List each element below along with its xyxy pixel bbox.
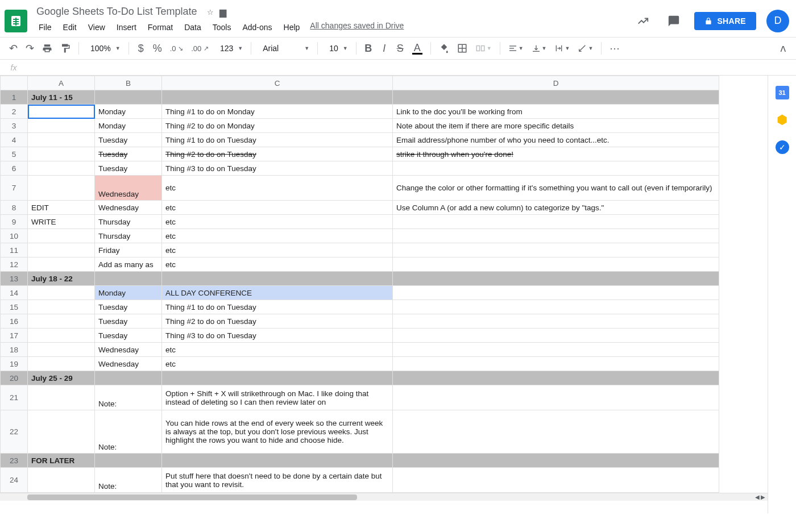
cell[interactable]: Monday xyxy=(95,119,162,133)
cell[interactable]: Wednesday xyxy=(95,357,162,371)
cell[interactable] xyxy=(393,371,719,385)
bold-icon[interactable]: B xyxy=(361,41,376,56)
cell[interactable] xyxy=(28,105,95,119)
doc-title[interactable]: Google Sheets To-Do List Template xyxy=(34,5,200,19)
row-header[interactable]: 10 xyxy=(1,229,28,243)
cell[interactable] xyxy=(95,371,162,385)
cell[interactable]: Thing #2 to do on Monday xyxy=(162,119,393,133)
zoom-select[interactable]: 100%▼ xyxy=(84,41,124,56)
cell[interactable]: strike it through when you're done! xyxy=(393,147,719,161)
cell[interactable] xyxy=(393,454,719,468)
cell[interactable]: Note: xyxy=(95,468,162,493)
menu-help[interactable]: Help xyxy=(279,21,305,34)
more-formats-select[interactable]: 123▼ xyxy=(213,41,246,56)
decrease-decimal-icon[interactable]: .0 ↘ xyxy=(167,41,186,56)
cell[interactable]: Email address/phone number of who you ne… xyxy=(393,133,719,147)
cell[interactable] xyxy=(393,286,719,300)
cell[interactable] xyxy=(28,257,95,272)
cell[interactable] xyxy=(95,454,162,468)
explore-icon[interactable] xyxy=(633,11,653,31)
cell[interactable]: EDIT xyxy=(28,201,95,215)
cell[interactable] xyxy=(393,243,719,257)
cell[interactable]: Tuesday xyxy=(95,329,162,343)
row-header[interactable]: 11 xyxy=(1,243,28,257)
undo-icon[interactable]: ↶ xyxy=(6,41,21,56)
menu-edit[interactable]: Edit xyxy=(59,21,81,34)
cell[interactable] xyxy=(28,329,95,343)
row-header[interactable]: 13 xyxy=(1,272,28,286)
cell[interactable]: Change the color or other formatting if … xyxy=(393,176,719,201)
keep-icon[interactable]: ⬢ xyxy=(776,113,789,127)
row-header[interactable]: 21 xyxy=(1,385,28,410)
cell[interactable] xyxy=(28,286,95,300)
cell[interactable]: Thing #1 to do on Tuesday xyxy=(162,133,393,147)
cell[interactable]: Note about the item if there are more sp… xyxy=(393,119,719,133)
print-icon[interactable] xyxy=(39,41,56,56)
sheets-logo[interactable] xyxy=(5,10,27,32)
menu-tools[interactable]: Tools xyxy=(208,21,236,34)
cell[interactable]: Thursday xyxy=(95,215,162,229)
cell[interactable]: FOR LATER xyxy=(28,454,95,468)
cell[interactable]: Note: xyxy=(95,385,162,410)
cell[interactable] xyxy=(28,161,95,176)
cell[interactable]: Option + Shift + X will strikethrough on… xyxy=(162,385,393,410)
cell[interactable]: Monday xyxy=(95,286,162,300)
rotate-icon[interactable]: ▼ xyxy=(574,41,596,56)
cell[interactable]: Thing #3 to do on Tuesday xyxy=(162,329,393,343)
cell[interactable] xyxy=(162,90,393,105)
col-header-a[interactable]: A xyxy=(28,76,95,90)
cell[interactable]: Add as many as xyxy=(95,257,162,272)
cell[interactable]: etc xyxy=(162,243,393,257)
col-header-b[interactable]: B xyxy=(95,76,162,90)
cell[interactable]: Tuesday xyxy=(95,314,162,329)
cell[interactable] xyxy=(162,272,393,286)
text-color-icon[interactable]: A xyxy=(409,41,426,56)
cell[interactable]: Thing #2 to do on Tuesday xyxy=(162,314,393,329)
cell[interactable]: etc xyxy=(162,215,393,229)
cell[interactable]: Tuesday xyxy=(95,161,162,176)
redo-icon[interactable]: ↷ xyxy=(22,41,38,56)
cell[interactable]: July 11 - 15 xyxy=(28,90,95,105)
cell[interactable]: Put stuff here that doesn't need to be d… xyxy=(162,468,393,493)
cell[interactable] xyxy=(28,300,95,314)
cell[interactable] xyxy=(393,329,719,343)
cell[interactable] xyxy=(95,272,162,286)
cell[interactable] xyxy=(28,357,95,371)
horizontal-scrollbar[interactable]: ◀▶ xyxy=(0,493,768,501)
col-header-c[interactable]: C xyxy=(162,76,393,90)
cell[interactable]: etc xyxy=(162,229,393,243)
cell[interactable] xyxy=(393,410,719,454)
cell[interactable]: Friday xyxy=(95,243,162,257)
cell[interactable] xyxy=(28,243,95,257)
cell[interactable]: ALL DAY CONFERENCE xyxy=(162,286,393,300)
row-header[interactable]: 19 xyxy=(1,357,28,371)
cell[interactable] xyxy=(28,176,95,201)
row-header[interactable]: 1 xyxy=(1,90,28,105)
cell[interactable] xyxy=(393,300,719,314)
percent-icon[interactable]: % xyxy=(150,41,165,56)
cell[interactable]: Thursday xyxy=(95,229,162,243)
cell[interactable] xyxy=(95,90,162,105)
cell[interactable] xyxy=(28,314,95,329)
col-header-d[interactable]: D xyxy=(393,76,719,90)
increase-decimal-icon[interactable]: .00 ↗ xyxy=(188,41,212,56)
cell[interactable] xyxy=(393,314,719,329)
cell[interactable] xyxy=(28,147,95,161)
cell[interactable] xyxy=(28,410,95,454)
menu-insert[interactable]: Insert xyxy=(112,21,141,34)
row-header[interactable]: 23 xyxy=(1,454,28,468)
cell[interactable]: Thing #2 to do on Tuesday xyxy=(162,147,393,161)
cell[interactable] xyxy=(393,257,719,272)
row-header[interactable]: 15 xyxy=(1,300,28,314)
row-header[interactable]: 2 xyxy=(1,105,28,119)
cell[interactable]: etc xyxy=(162,176,393,201)
cell[interactable]: etc xyxy=(162,357,393,371)
h-align-icon[interactable]: ▼ xyxy=(505,41,527,56)
cell[interactable] xyxy=(393,357,719,371)
cell[interactable] xyxy=(162,371,393,385)
row-header[interactable]: 3 xyxy=(1,119,28,133)
account-avatar[interactable]: D xyxy=(766,10,789,32)
wrap-icon[interactable]: ▼ xyxy=(551,41,573,56)
cell[interactable] xyxy=(28,343,95,357)
cell[interactable] xyxy=(393,90,719,105)
